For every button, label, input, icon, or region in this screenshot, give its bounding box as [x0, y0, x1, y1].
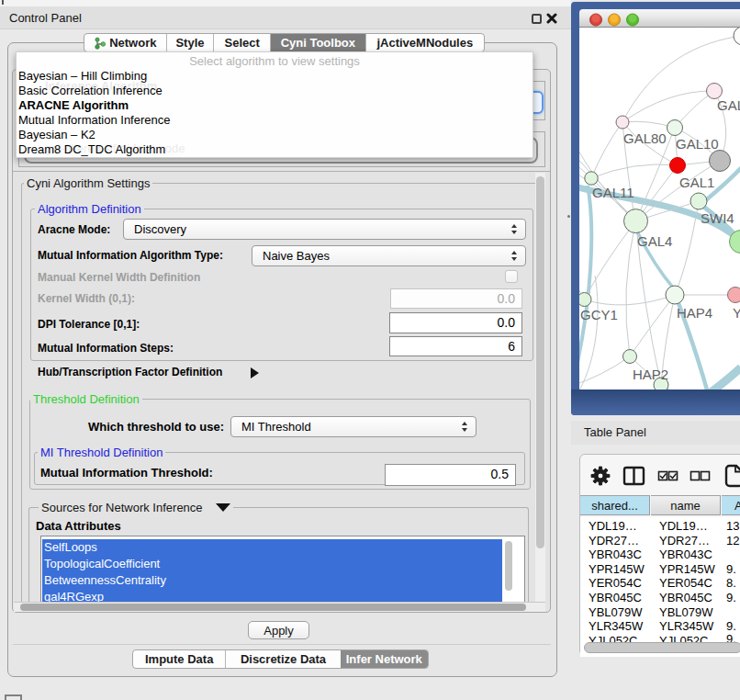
svg-text:GAL80: GAL80 [623, 130, 667, 146]
svg-text:GAL10: GAL10 [676, 136, 719, 152]
svg-text:GAL4: GAL4 [637, 233, 672, 249]
svg-text:GAL11: GAL11 [592, 185, 634, 200]
svg-text:GAL1: GAL1 [679, 175, 714, 190]
svg-text:HAP2: HAP2 [633, 367, 668, 382]
svg-text:YEL: YEL [733, 305, 740, 321]
svg-text:GCY1: GCY1 [580, 307, 618, 322]
svg-text:HAP4: HAP4 [677, 305, 712, 321]
svg-text:GAL7: GAL7 [717, 97, 740, 113]
svg-text:SWI4: SWI4 [701, 210, 734, 226]
